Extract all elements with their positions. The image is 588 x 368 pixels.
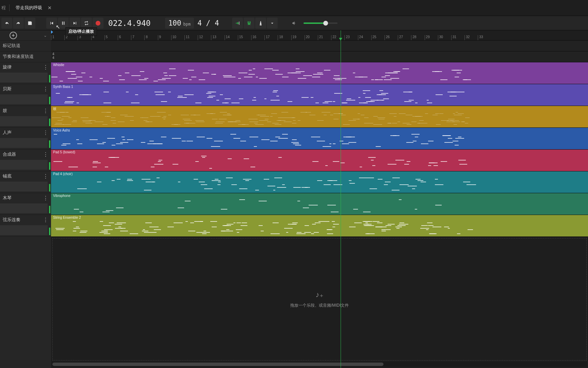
bar-tick: 21: [318, 35, 323, 41]
track-lane[interactable]: Pad 5 (bowed): [51, 150, 588, 171]
bar-tick: 12: [198, 35, 203, 41]
volume-slider[interactable]: [304, 22, 338, 24]
midi-clip[interactable]: Whistle: [51, 62, 588, 84]
track-lane[interactable]: 鼓: [51, 106, 588, 128]
bar-tick: 16: [251, 35, 256, 41]
volume-thumb[interactable]: [323, 21, 328, 26]
save-button[interactable]: [24, 18, 35, 29]
bpm-box[interactable]: 100 bpm: [165, 18, 194, 29]
tempo-track-header[interactable]: 节奏和速度轨道: [0, 51, 51, 62]
undo-button[interactable]: [1, 18, 12, 29]
bar-tick: 23: [344, 35, 349, 41]
bar-tick: 7: [131, 35, 134, 41]
track-menu-icon[interactable]: ⋮: [43, 195, 48, 201]
time-signature[interactable]: 4 / 4: [195, 19, 221, 27]
bar-tick: 14: [225, 35, 230, 41]
track-name: 合成器: [3, 151, 43, 157]
tempo-lane[interactable]: 4 4: [51, 51, 588, 62]
track-menu-icon[interactable]: ⋮: [43, 86, 48, 92]
track-header[interactable]: 鼓⋮: [0, 106, 51, 128]
track-name: 旋律: [3, 64, 43, 70]
track-menu-icon[interactable]: ⋮: [43, 217, 48, 223]
track-header[interactable]: 合成器⋮: [0, 150, 51, 171]
track-menu-icon[interactable]: ⋮: [43, 173, 48, 180]
dropzone-label: 拖放一个乐段、或音频/MIDI文件: [290, 303, 349, 308]
metronome-button[interactable]: [255, 18, 266, 29]
bar-tick: 33: [478, 35, 483, 41]
track-meter: [49, 119, 50, 126]
track-name: 人声: [3, 129, 43, 136]
play-pause-button[interactable]: [58, 18, 69, 29]
bar-ruler[interactable]: 1234567891011121314151617181920212223242…: [51, 30, 588, 41]
track-menu-icon[interactable]: ⋮: [43, 129, 48, 136]
bar-tick: 30: [438, 35, 443, 41]
bar-tick: 2: [64, 35, 68, 41]
record-button[interactable]: [93, 18, 103, 29]
midi-clip[interactable]: Synth Bass 1: [51, 84, 588, 106]
track-header[interactable]: 贝斯⋮: [0, 84, 51, 106]
loop-button[interactable]: [81, 18, 92, 29]
dropdown-button[interactable]: [267, 18, 278, 29]
scrollbar-thumb[interactable]: [52, 363, 383, 366]
start-marker-icon[interactable]: [51, 30, 53, 34]
track-fader[interactable]: [0, 73, 48, 82]
tab-bar: 程 带走我的呼吸 ✕: [0, 0, 588, 16]
track-lane[interactable]: Synth Bass 1: [51, 84, 588, 106]
midi-clip[interactable]: 鼓: [51, 106, 588, 127]
volume-icon[interactable]: [289, 18, 299, 29]
midi-clip[interactable]: Voice Aahs: [51, 128, 588, 149]
bar-tick: 9: [158, 35, 161, 41]
bar-tick: 5: [104, 35, 108, 41]
position-display[interactable]: 022.4.940: [105, 19, 154, 28]
track-lane[interactable]: Whistle: [51, 62, 588, 84]
track-fader[interactable]: [0, 94, 48, 104]
track-fader[interactable]: [0, 225, 48, 235]
bar-tick: 8: [144, 35, 148, 41]
midi-clip[interactable]: Pad 5 (bowed): [51, 150, 588, 171]
bar-tick: 25: [371, 35, 376, 41]
project-tab[interactable]: 带走我的呼吸 ✕: [13, 3, 54, 13]
add-track-button[interactable]: +: [10, 32, 17, 39]
tab-separator: [9, 4, 10, 11]
horizontal-scrollbar[interactable]: [52, 362, 587, 367]
clip-label: Synth Bass 1: [53, 85, 586, 89]
track-lane[interactable]: Pad 4 (choir): [51, 171, 588, 193]
track-fader[interactable]: [0, 182, 48, 191]
track-header[interactable]: 铺底⋮: [0, 171, 51, 193]
track-menu-icon[interactable]: ⋮: [43, 108, 48, 114]
snap-in-button[interactable]: [232, 18, 243, 29]
redo-button[interactable]: [13, 18, 24, 29]
track-header[interactable]: 旋律⋮: [0, 62, 51, 84]
track-meter: [49, 162, 50, 170]
bar-tick: 28: [411, 35, 416, 41]
bpm-value: 100: [168, 19, 181, 27]
track-lane[interactable]: String Ensemble 2: [51, 215, 588, 237]
magnet-button[interactable]: [244, 18, 255, 29]
midi-clip[interactable]: String Ensemble 2: [51, 215, 588, 236]
marker-track-header[interactable]: 标记轨道: [0, 41, 51, 51]
track-fader[interactable]: [0, 160, 48, 170]
midi-clip[interactable]: Pad 4 (choir): [51, 171, 588, 193]
track-fader[interactable]: [0, 203, 48, 213]
track-header[interactable]: 木琴⋮: [0, 193, 51, 215]
track-fader[interactable]: [0, 116, 48, 126]
play-tooltip: 启动/停止播放: [65, 27, 97, 36]
track-meter: [49, 206, 50, 213]
marker-lane[interactable]: [51, 41, 588, 51]
bar-tick: 24: [358, 35, 363, 41]
drop-zone[interactable]: ♪₊ 拖放一个乐段、或音频/MIDI文件: [52, 238, 587, 361]
track-header[interactable]: 人声⋮: [0, 128, 51, 150]
skip-end-button[interactable]: [69, 18, 80, 29]
skip-start-button[interactable]: [46, 18, 57, 29]
bar-tick: 19: [291, 35, 296, 41]
track-lane[interactable]: Voice Aahs: [51, 128, 588, 150]
track-menu-icon[interactable]: ⋮: [43, 151, 48, 158]
track-fader[interactable]: [0, 138, 48, 148]
close-tab-icon[interactable]: ✕: [48, 5, 52, 11]
midi-clip[interactable]: Vibraphone: [51, 193, 588, 215]
bar-tick: 17: [264, 35, 270, 41]
chevron-down-icon[interactable]: ⌄: [44, 33, 47, 38]
track-lane[interactable]: Vibraphone: [51, 193, 588, 215]
track-header[interactable]: 弦乐连奏⋮: [0, 215, 51, 237]
track-menu-icon[interactable]: ⋮: [43, 64, 48, 71]
